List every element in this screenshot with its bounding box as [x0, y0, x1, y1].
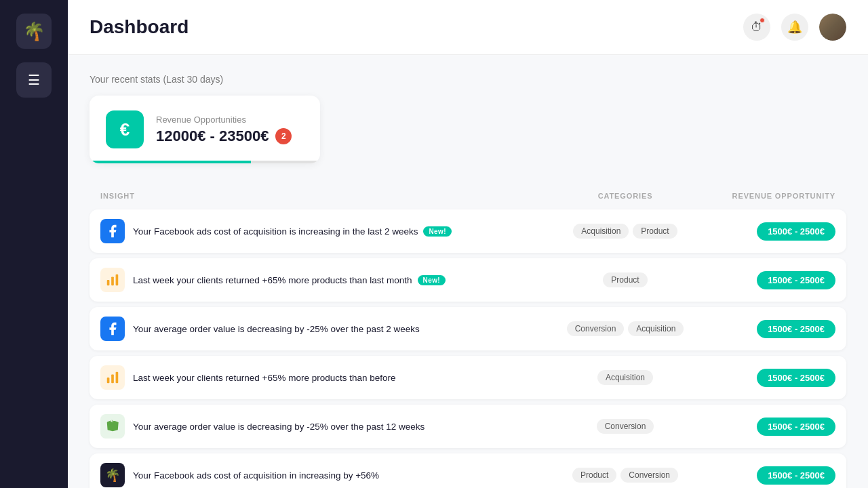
table-row: Your Facebook ads cost of acquisition is…	[90, 209, 846, 253]
table-row: Your average order value is decreasing b…	[90, 307, 846, 350]
clock-notification-dot	[760, 18, 765, 23]
clock-button[interactable]: ⏱	[743, 14, 770, 41]
sidebar-menu-button[interactable]: ☰	[16, 62, 52, 98]
col-insight: INSIGHT	[100, 192, 551, 200]
facebook-icon	[100, 317, 125, 341]
revenue-card-value: 12000€ - 23500€ 2	[156, 127, 292, 145]
insight-cell: Last week your clients returned +65% mor…	[100, 365, 551, 390]
avatar[interactable]	[819, 14, 846, 41]
category-tag: Acquisition	[597, 370, 653, 385]
categories-cell: AcquisitionProduct	[551, 224, 700, 239]
revenue-opportunity-tag: 1500€ - 2500€	[757, 418, 835, 436]
insight-text: Your Facebook ads cost of acquisition in…	[133, 470, 379, 481]
revenue-count-badge: 2	[275, 128, 292, 144]
new-badge: New!	[423, 226, 452, 237]
revenue-opportunity-tag: 1500€ - 2500€	[757, 320, 835, 338]
euro-icon: €	[120, 119, 130, 140]
chart-icon	[100, 365, 125, 390]
revenue-opportunity-tag: 1500€ - 2500€	[757, 466, 835, 485]
avatar-image	[819, 14, 846, 41]
revenue-cell: 1500€ - 2500€	[700, 369, 835, 387]
insight-text: Your Facebook ads cost of acquisition is…	[133, 226, 452, 237]
category-tag: Acquisition	[628, 321, 684, 336]
table-row: Your average order value is decreasing b…	[90, 405, 846, 448]
categories-cell: Product	[551, 272, 700, 287]
sidebar-logo: 🌴	[16, 14, 52, 49]
header-actions: ⏱ 🔔	[743, 14, 846, 41]
col-categories: CATEGORIES	[551, 192, 700, 200]
shopify-icon	[100, 414, 125, 439]
insight-cell: Your average order value is decreasing b…	[100, 414, 551, 439]
new-badge: New!	[418, 275, 446, 285]
revenue-info: Revenue Opportunities 12000€ - 23500€ 2	[156, 115, 292, 145]
svg-rect-4	[111, 374, 114, 383]
category-tag: Acquisition	[573, 224, 629, 239]
svg-rect-1	[111, 277, 114, 285]
page-title: Dashboard	[90, 16, 189, 38]
category-tag: Product	[633, 224, 677, 239]
category-tag: Conversion	[597, 419, 654, 434]
svg-rect-0	[107, 280, 110, 285]
svg-rect-2	[116, 274, 119, 286]
revenue-cell: 1500€ - 2500€	[700, 271, 835, 289]
main-content: Dashboard ⏱ 🔔 Your recent stats (Last 30…	[68, 0, 868, 488]
chart-icon	[100, 268, 125, 292]
palm-tree-icon: 🌴	[100, 463, 125, 487]
insight-cell: Your Facebook ads cost of acquisition is…	[100, 219, 551, 243]
table-row: Last week your clients returned +65% mor…	[90, 356, 846, 399]
categories-cell: Acquisition	[551, 370, 700, 385]
bell-button[interactable]: 🔔	[781, 14, 808, 41]
stats-label: Your recent stats (Last 30 days)	[90, 74, 846, 85]
categories-cell: Conversion	[551, 419, 700, 434]
revenue-cell: 1500€ - 2500€	[700, 222, 835, 241]
revenue-cell: 1500€ - 2500€	[700, 320, 835, 338]
insight-cell: Last week your clients returned +65% mor…	[100, 268, 551, 292]
category-tag: Conversion	[567, 321, 625, 336]
sidebar: 🌴 ☰	[0, 0, 68, 488]
categories-cell: ProductConversion	[551, 468, 700, 483]
revenue-opportunity-tag: 1500€ - 2500€	[757, 222, 835, 241]
categories-cell: ConversionAcquisition	[551, 321, 700, 336]
facebook-icon	[100, 219, 125, 243]
insight-text: Last week your clients returned +65% mor…	[133, 275, 446, 285]
revenue-card: € Revenue Opportunities 12000€ - 23500€ …	[90, 96, 320, 163]
revenue-progress-bar	[90, 161, 320, 163]
svg-rect-5	[116, 372, 119, 384]
revenue-card-label: Revenue Opportunities	[156, 115, 292, 125]
table-row: Last week your clients returned +65% mor…	[90, 258, 846, 302]
header: Dashboard ⏱ 🔔	[68, 0, 868, 55]
insight-text: Your average order value is decreasing b…	[133, 422, 425, 432]
revenue-opportunity-tag: 1500€ - 2500€	[757, 271, 835, 289]
category-tag: Product	[572, 468, 616, 483]
revenue-icon-box: €	[106, 110, 144, 148]
insight-text: Last week your clients returned +65% mor…	[133, 373, 396, 383]
insight-cell: Your average order value is decreasing b…	[100, 317, 551, 341]
table-rows: Your Facebook ads cost of acquisition is…	[90, 209, 846, 488]
revenue-cell: 1500€ - 2500€	[700, 418, 835, 436]
svg-rect-3	[107, 378, 110, 383]
insight-text: Your average order value is decreasing b…	[133, 324, 420, 334]
table-row: 🌴 Your Facebook ads cost of acquisition …	[90, 453, 846, 488]
revenue-cell: 1500€ - 2500€	[700, 466, 835, 485]
content-area: Your recent stats (Last 30 days) € Reven…	[68, 55, 868, 488]
table-header: INSIGHT CATEGORIES REVENUE OPPORTUNITY	[90, 185, 846, 207]
palm-tree-logo-icon: 🌴	[23, 21, 45, 42]
hamburger-icon: ☰	[28, 72, 40, 88]
revenue-opportunity-tag: 1500€ - 2500€	[757, 369, 835, 387]
col-revenue: REVENUE OPPORTUNITY	[700, 192, 835, 200]
insight-cell: 🌴 Your Facebook ads cost of acquisition …	[100, 463, 551, 487]
category-tag: Conversion	[620, 468, 678, 483]
bell-icon: 🔔	[787, 20, 802, 35]
category-tag: Product	[603, 272, 647, 287]
